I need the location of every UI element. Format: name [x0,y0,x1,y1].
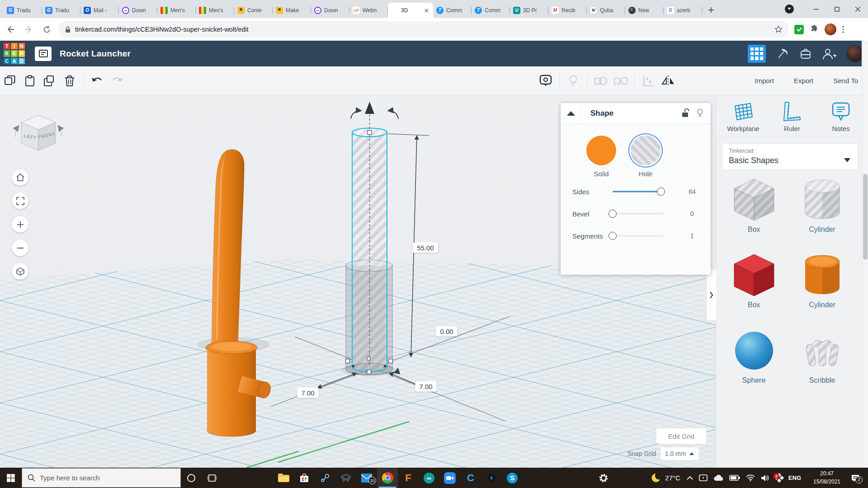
depth-dimension-label[interactable]: 7.00 [415,381,436,392]
segments-slider-knob[interactable] [609,232,617,240]
notes-tool[interactable]: Notes [816,102,865,132]
language-indicator[interactable]: ENG [788,474,801,481]
shape-library-dropdown[interactable]: Tinkercad Basic Shapes [722,143,858,170]
align-icon[interactable] [638,71,658,91]
fusion-360-icon[interactable]: F [398,468,419,488]
show-all-icon[interactable] [536,71,556,91]
backpack-icon[interactable] [799,47,812,60]
delete-icon[interactable] [60,71,80,91]
notification-center-icon[interactable]: 2 [851,474,860,482]
zoom-icon[interactable] [439,468,460,488]
invite-person-icon[interactable] [822,47,836,60]
taskbar-search-input[interactable] [40,474,166,482]
onedrive-cloud-icon[interactable] [713,474,723,481]
back-icon[interactable] [3,22,18,37]
elevation-dimension-label[interactable]: 0.00 [436,326,457,337]
collapse-panel-button[interactable] [561,103,581,124]
mirror-icon[interactable] [658,71,678,91]
volume-icon[interactable] [761,474,769,482]
unlock-icon[interactable] [682,108,689,118]
rotate-arrow-left[interactable] [351,111,361,119]
tab-3d-print[interactable]: U3D Pr [510,3,548,18]
browser-profile-avatar[interactable] [825,23,836,35]
tab-mens-1[interactable]: Men's [157,3,196,18]
redo-icon[interactable] [107,71,127,91]
shape-card-hole-cylinder[interactable]: Cylinder [788,176,856,234]
tab-content[interactable]: Conte [234,3,273,18]
settings-gear-icon[interactable] [593,468,614,488]
maximize-button[interactable] [826,0,847,18]
extensions-puzzle-icon[interactable] [810,25,819,34]
shape-card-scribble[interactable]: Scribble [788,327,856,385]
reload-icon[interactable] [39,22,54,37]
tab-wikipedia[interactable]: WQuba [587,3,625,18]
wifi-icon[interactable] [746,474,755,481]
rotate-arrow-right[interactable] [388,111,398,119]
tinkercad-logo[interactable]: TIN KER CAD [4,43,25,64]
chrome-icon-active[interactable] [377,468,398,488]
workplane-tool[interactable]: Workplane [719,102,768,132]
tab-tinkercad-active[interactable]: 3D [388,3,433,18]
import-button[interactable]: Import [755,77,774,84]
hole-option-selected[interactable]: Hole [631,136,660,178]
tab-mens-2[interactable]: Men's [196,3,234,18]
shape-card-hole-box[interactable]: Box [720,176,788,234]
tab-search-icon[interactable] [785,5,794,14]
tab-download-1[interactable]: ∞Down [119,3,157,18]
tablet-mode-icon[interactable] [699,474,708,481]
dashboard-grid-button[interactable] [748,45,766,63]
user-avatar[interactable] [846,45,863,62]
hidden-icons-chevron[interactable] [687,476,693,480]
solid-option[interactable]: Solid [586,136,616,178]
fit-view-button[interactable] [12,192,28,209]
arduino-icon[interactable]: ∞ [419,468,439,488]
ruler-tool[interactable]: Ruler [768,102,816,132]
design-properties-button[interactable] [35,47,52,61]
tab-new[interactable]: New [625,3,664,18]
minimize-button[interactable] [806,0,826,18]
lightbulb-icon[interactable] [563,71,583,91]
tab-google-search[interactable]: Gazerb [664,3,702,18]
snap-grid-dropdown[interactable]: 1.0 mm [660,447,698,460]
file-explorer-icon[interactable] [273,468,294,488]
tab-translate-2[interactable]: GTradu [42,3,80,18]
bevel-slider[interactable] [613,213,664,215]
temperature-label[interactable]: 27°C [665,474,680,482]
browser-menu-kebab-icon[interactable] [842,26,844,33]
edit-grid-button[interactable]: Edit Grid [656,428,706,444]
send-to-button[interactable]: Send To [833,77,858,84]
forward-icon[interactable] [21,22,36,37]
microsoft-store-icon[interactable] [294,468,315,488]
close-button[interactable] [847,0,868,18]
tinker-pickaxe-icon[interactable] [776,47,789,61]
tab-make[interactable]: Make [273,3,311,18]
tab-community-1[interactable]: TComm [433,3,472,18]
mail-icon[interactable]: 33 [356,468,377,488]
width-dimension-label[interactable]: 7.00 [297,388,318,398]
height-cone-handle[interactable] [365,102,374,114]
perspective-toggle-button[interactable] [12,263,28,280]
tab-translate-1[interactable]: GTradu [4,3,42,18]
bevel-slider-knob[interactable] [609,210,617,218]
predator-icon[interactable] [335,468,356,488]
tab-community-2[interactable]: TComm [472,3,510,18]
battery-icon[interactable] [729,475,740,481]
sides-slider-knob[interactable] [657,188,665,196]
sides-slider[interactable] [613,191,664,192]
height-dimension-label[interactable]: 55.00 [413,243,438,253]
shape-card-orange-cylinder[interactable]: Cylinder [788,252,856,309]
task-view-icon[interactable] [202,468,222,488]
page-scrollbar[interactable] [862,41,868,468]
export-button[interactable]: Export [794,77,813,84]
tab-gmail[interactable]: MRecib [548,3,587,18]
tab-download-2[interactable]: ∞Down [311,3,349,18]
undo-icon[interactable] [87,71,107,91]
cortana-icon[interactable] [181,468,202,488]
ungroup-icon[interactable] [611,71,631,91]
cura-icon[interactable]: C [460,468,481,488]
taskbar-search-box[interactable] [22,468,181,488]
duplicate-icon[interactable] [40,71,60,91]
adblock-extension-icon[interactable] [794,25,804,34]
paste-icon[interactable] [20,71,40,91]
bookmark-star-icon[interactable] [774,25,783,33]
